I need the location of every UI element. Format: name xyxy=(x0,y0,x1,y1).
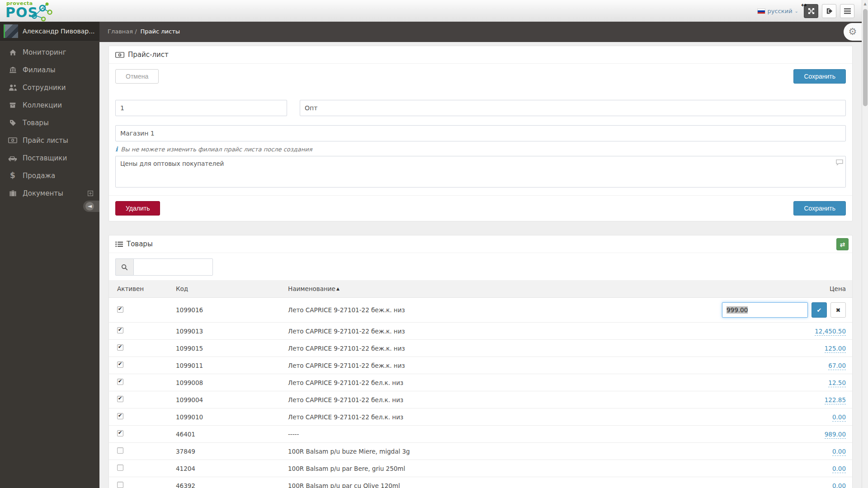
refresh-button[interactable]: ⇄ xyxy=(836,238,849,250)
col-active[interactable]: Активен xyxy=(109,280,168,298)
table-row: 1099010 Лето CAPRICE 9-27101-22 бел.к. н… xyxy=(109,408,852,426)
price-link[interactable]: 125.00 xyxy=(825,345,846,353)
active-checkbox[interactable] xyxy=(117,482,123,488)
confirm-price-button[interactable]: ✔ xyxy=(811,302,827,318)
product-code: 1099015 xyxy=(168,340,280,357)
breadcrumb: Главная/Прайс листы xyxy=(108,28,180,35)
table-row: 1099013 Лето CAPRICE 9-27101-22 беж.к. н… xyxy=(109,323,852,340)
price-edit-input[interactable]: 999.00 xyxy=(722,302,808,318)
active-checkbox[interactable] xyxy=(117,379,123,385)
price-edit-value: 999.00 xyxy=(726,306,748,314)
sidebar-item-dollar[interactable]: $ Продажа xyxy=(0,167,99,184)
sidebar-item-money[interactable]: 1 Прайс листы xyxy=(0,131,99,149)
active-checkbox[interactable] xyxy=(117,430,123,436)
main-content: 1 Прайс-лист Отмена Сохранить i Вы не мо… xyxy=(99,42,868,488)
cancel-button[interactable]: Отмена xyxy=(115,69,159,84)
vertical-scrollbar[interactable]: ▲ xyxy=(862,0,868,488)
code-field[interactable] xyxy=(115,100,287,116)
table-row: 1099011 Лето CAPRICE 9-27101-22 беж.к. н… xyxy=(109,357,852,374)
avatar xyxy=(4,24,18,38)
active-checkbox[interactable] xyxy=(117,413,123,419)
sidebar-item-tags[interactable]: Товары xyxy=(0,114,99,131)
active-checkbox[interactable] xyxy=(117,344,123,351)
type-field[interactable] xyxy=(300,100,846,116)
table-row: 1099008 Лето CAPRICE 9-27101-22 бел.к. н… xyxy=(109,374,852,391)
price-link[interactable]: 0.00 xyxy=(832,482,846,488)
price-link[interactable]: 0.00 xyxy=(832,413,846,422)
price-cell: 0.00 xyxy=(703,477,852,488)
users-icon xyxy=(7,84,18,91)
price-link[interactable]: 67.00 xyxy=(828,362,846,370)
active-checkbox[interactable] xyxy=(117,327,123,333)
table-header-row: Активен Код Наименование▲ Цена xyxy=(109,280,852,298)
info-icon: i xyxy=(115,145,118,153)
col-code[interactable]: Код xyxy=(168,280,280,298)
save-button-bottom[interactable]: Сохранить xyxy=(793,201,846,216)
table-row: 1099004 Лето CAPRICE 9-27101-22 бел.к. н… xyxy=(109,391,852,408)
pricelist-panel-body: Отмена Сохранить i Вы не можете изменить… xyxy=(109,64,852,195)
price-link[interactable]: 122.85 xyxy=(825,396,846,404)
comment-icon xyxy=(836,159,843,165)
hamburger-icon xyxy=(844,8,851,14)
top-bar: provecta POS ↔ русский ⌄ xyxy=(0,0,868,22)
sidebar-item-truck[interactable]: Поставщики xyxy=(0,149,99,167)
dollar-icon: $ xyxy=(7,172,18,179)
col-price[interactable]: Цена xyxy=(703,280,852,298)
active-checkbox[interactable] xyxy=(117,396,123,402)
price-link[interactable]: 12.50 xyxy=(828,379,846,387)
product-name: Лето CAPRICE 9-27101-22 бел.к. низ xyxy=(280,408,703,426)
sidebar-item-label: Продажа xyxy=(23,172,93,180)
table-row: 37849 100R Balsam p/u buze Miere, migdal… xyxy=(109,443,852,460)
svg-text:1: 1 xyxy=(119,53,121,56)
plus-square-icon[interactable] xyxy=(88,191,93,196)
sidebar-item-label: Сотрудники xyxy=(23,84,93,92)
arrow-left-icon: ◄ xyxy=(85,202,94,211)
sidebar-item-label: Прайс листы xyxy=(23,136,93,145)
pricelist-panel-title: Прайс-лист xyxy=(128,51,169,59)
logout-button[interactable] xyxy=(822,4,836,18)
menu-toggle-button[interactable] xyxy=(840,4,854,18)
branch-field[interactable] xyxy=(115,125,846,141)
scroll-up-icon[interactable]: ▲ xyxy=(862,0,868,6)
money-icon: 1 xyxy=(7,137,18,143)
sidebar-collapse-button[interactable]: ◄ xyxy=(83,201,99,212)
product-name: Лето CAPRICE 9-27101-22 бел.к. низ xyxy=(280,374,703,391)
tags-icon xyxy=(7,119,18,127)
sidebar-item-label: Поставщики xyxy=(23,154,93,162)
sidebar-item-briefcase[interactable]: Документы xyxy=(0,184,99,202)
active-checkbox[interactable] xyxy=(117,447,123,454)
sidebar-item-bank[interactable]: Филиалы xyxy=(0,61,99,79)
sidebar-item-collections[interactable]: Коллекции xyxy=(0,96,99,114)
cancel-price-button[interactable]: ✖ xyxy=(830,302,846,318)
active-checkbox[interactable] xyxy=(117,465,123,471)
gear-icon: ⚙ xyxy=(849,27,857,37)
sidebar-item-label: Документы xyxy=(23,189,88,197)
sidebar-item-home[interactable]: Мониторинг xyxy=(0,43,99,61)
sidebar-item-label: Филиалы xyxy=(23,66,93,74)
bank-icon xyxy=(7,66,18,74)
price-link[interactable]: 989.00 xyxy=(825,431,846,439)
active-checkbox[interactable] xyxy=(117,306,123,313)
price-link[interactable]: 12,450.50 xyxy=(815,328,846,336)
settings-button[interactable]: ⚙ xyxy=(844,23,862,41)
delete-button[interactable]: Удалить xyxy=(115,201,160,216)
sidebar-menu: Мониторинг Филиалы Сотрудники Коллекции xyxy=(0,41,99,202)
col-name[interactable]: Наименование▲ xyxy=(280,280,703,298)
product-code: 41204 xyxy=(168,460,280,477)
breadcrumb-home[interactable]: Главная xyxy=(108,28,133,35)
price-link[interactable]: 0.00 xyxy=(832,448,846,456)
collections-icon xyxy=(7,102,18,108)
user-name: Александр Пивовар... xyxy=(23,28,95,35)
search-input[interactable] xyxy=(133,258,213,276)
sidebar-item-users[interactable]: Сотрудники xyxy=(0,79,99,96)
description-field[interactable] xyxy=(115,156,846,188)
price-link[interactable]: 0.00 xyxy=(832,465,846,473)
scrollbar-thumb[interactable] xyxy=(863,9,868,106)
product-name: Лето CAPRICE 9-27101-22 бел.к. низ xyxy=(280,391,703,408)
language-selector[interactable]: русский ⌄ xyxy=(757,8,800,14)
products-table: Активен Код Наименование▲ Цена 1099016 Л… xyxy=(109,280,852,488)
price-cell: 0.00 xyxy=(703,443,852,460)
save-button-top[interactable]: Сохранить xyxy=(793,69,846,84)
user-panel[interactable]: Александр Пивовар... xyxy=(0,22,99,41)
active-checkbox[interactable] xyxy=(117,361,123,368)
